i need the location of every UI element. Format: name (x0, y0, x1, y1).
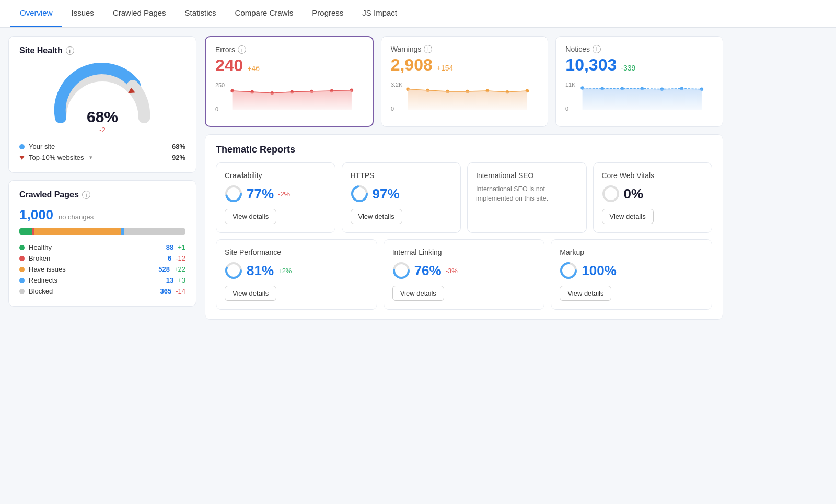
nav-item-crawled-pages[interactable]: Crawled Pages (103, 0, 176, 27)
errors-chart: 250 0 (215, 79, 363, 116)
nav-item-issues[interactable]: Issues (62, 0, 103, 27)
errors-label-text: Errors (215, 45, 235, 54)
stat-issues: Have issues 528 +22 (19, 264, 185, 275)
cwv-name: Core Web Vitals (602, 171, 704, 180)
notices-label-text: Notices (565, 45, 590, 53)
crawled-bar (19, 228, 185, 235)
warnings-value-row: 2,908 +154 (391, 55, 539, 75)
bar-blocked (124, 228, 185, 235)
site-health-info-icon[interactable]: i (66, 46, 74, 55)
nav-item-overview[interactable]: Overview (10, 0, 62, 27)
warnings-chart: 3.2K 0 (391, 79, 539, 115)
blocked-delta: -14 (176, 287, 185, 295)
svg-marker-30 (583, 88, 702, 110)
cwv-score-row: 0% (602, 185, 704, 203)
thematic-top-grid: Crawlability 77% -2% View details HTTPS (216, 162, 712, 233)
right-panel: Errors i 240 +46 250 0 (205, 36, 723, 320)
internal-linking-delta: -3% (446, 267, 458, 275)
svg-text:0: 0 (565, 106, 568, 112)
top10-chevron-icon[interactable]: ▾ (89, 154, 92, 161)
gauge-percent: 68% (87, 108, 118, 126)
internal-linking-score: 76% (414, 263, 442, 279)
site-performance-circle (225, 262, 242, 279)
crawlability-delta: -2% (278, 190, 290, 198)
errors-value-row: 240 +46 (215, 56, 363, 75)
broken-label: Broken (29, 254, 50, 262)
https-circle (351, 185, 368, 203)
warnings-card[interactable]: Warnings i 2,908 +154 3.2K 0 (381, 36, 549, 127)
https-score: 97% (373, 186, 400, 202)
warnings-label-text: Warnings (391, 45, 422, 53)
notices-card[interactable]: Notices i 10,303 -339 11K 0 (555, 36, 723, 127)
site-health-title: Site Health i (19, 46, 185, 55)
cwv-score: 0% (624, 186, 644, 202)
site-performance-view-details[interactable]: View details (225, 286, 276, 301)
legend-top10: Top-10% websites ▾ 92% (19, 152, 185, 163)
healthy-label: Healthy (29, 243, 52, 251)
your-site-value: 68% (172, 143, 185, 150)
svg-text:11K: 11K (565, 81, 576, 88)
thematic-bottom-grid: Site Performance 81% +2% View details In… (216, 239, 712, 310)
notices-info-icon[interactable]: i (593, 45, 601, 53)
stat-redirects: Redirects 13 +3 (19, 275, 185, 286)
top10-label: Top-10% websites (29, 154, 84, 161)
internal-linking-circle (392, 262, 410, 279)
warnings-info-icon[interactable]: i (424, 45, 432, 53)
nav-item-compare-crawls[interactable]: Compare Crawls (226, 0, 303, 27)
report-site-performance: Site Performance 81% +2% View details (216, 239, 377, 310)
redirects-label: Redirects (29, 276, 57, 284)
svg-point-35 (603, 186, 618, 201)
healthy-dot (19, 245, 25, 250)
errors-info-icon[interactable]: i (238, 45, 246, 54)
nav-item-progress[interactable]: Progress (303, 0, 353, 27)
report-core-web-vitals: Core Web Vitals 0% View details (593, 162, 713, 233)
issues-value: 528 (158, 265, 170, 273)
crawlability-view-details[interactable]: View details (225, 209, 276, 224)
gauge-delta: -2 (87, 126, 118, 134)
stat-healthy: Healthy 88 +1 (19, 242, 185, 253)
legend-your-site: Your site 68% (19, 141, 185, 152)
stat-broken: Broken 6 -12 (19, 253, 185, 264)
top10-icon (19, 156, 25, 160)
healthy-delta: +1 (178, 243, 185, 251)
left-panel: Site Health i 68% -2 (8, 36, 196, 320)
bar-issues (34, 228, 121, 235)
cwv-view-details[interactable]: View details (602, 209, 654, 224)
thematic-title: Thematic Reports (216, 144, 712, 155)
broken-value: 6 (168, 254, 171, 262)
nav-item-statistics[interactable]: Statistics (176, 0, 226, 27)
internal-linking-name: Internal Linking (392, 248, 536, 256)
markup-score-row: 100% (560, 262, 703, 279)
notices-value: 10,303 (565, 55, 617, 75)
crawlability-score-row: 77% -2% (225, 185, 327, 203)
https-score-row: 97% (351, 185, 452, 203)
broken-dot (19, 256, 25, 261)
svg-text:0: 0 (391, 106, 394, 112)
internal-linking-view-details[interactable]: View details (392, 286, 444, 301)
crawled-pages-label: Crawled Pages (19, 190, 79, 200)
international-seo-desc: International SEO is not implemented on … (476, 185, 578, 203)
report-crawlability: Crawlability 77% -2% View details (216, 162, 335, 233)
report-internal-linking: Internal Linking 76% -3% View details (384, 239, 545, 310)
notices-value-row: 10,303 -339 (565, 55, 713, 75)
redirects-value: 13 (166, 276, 173, 284)
site-health-card: Site Health i 68% -2 (8, 36, 196, 173)
markup-view-details[interactable]: View details (560, 286, 611, 301)
svg-text:0: 0 (215, 106, 218, 112)
thematic-section: Thematic Reports Crawlability 77% -2% Vi… (205, 134, 723, 320)
gauge-delta-value: -2 (99, 126, 106, 134)
nav-item-js-impact[interactable]: JS Impact (353, 0, 407, 27)
crawled-pages-info-icon[interactable]: i (82, 191, 90, 199)
blocked-value: 365 (160, 287, 172, 295)
bar-healthy (19, 228, 32, 235)
errors-card[interactable]: Errors i 240 +46 250 0 (205, 36, 374, 127)
main-content: Site Health i 68% -2 (0, 28, 732, 328)
site-performance-name: Site Performance (225, 248, 368, 256)
crawled-count-row: 1,000 no changes (19, 207, 185, 223)
blocked-label: Blocked (29, 287, 53, 295)
your-site-dot (19, 144, 25, 149)
top10-value: 92% (172, 154, 185, 161)
notices-delta: -339 (621, 64, 635, 72)
https-view-details[interactable]: View details (351, 209, 402, 224)
crawled-pages-card: Crawled Pages i 1,000 no changes Healthy (8, 180, 196, 307)
